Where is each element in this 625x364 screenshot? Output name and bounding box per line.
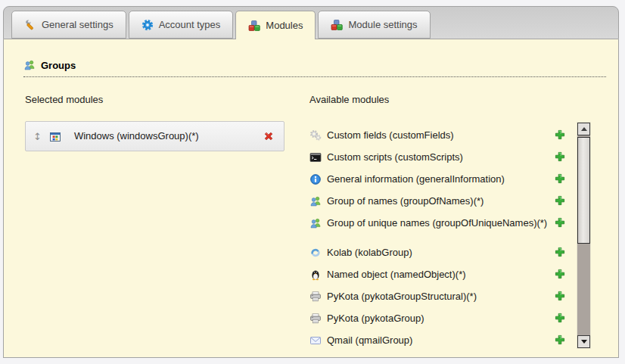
tab-module-settings[interactable]: Module settings bbox=[318, 11, 430, 39]
modules-icon bbox=[248, 20, 260, 32]
add-module-icon[interactable] bbox=[554, 194, 566, 207]
tab-strip: General settings Account types Modules M… bbox=[3, 6, 619, 39]
terminal-icon bbox=[309, 151, 322, 163]
selected-modules-heading: Selected modules bbox=[25, 94, 288, 105]
group-icon bbox=[309, 195, 322, 207]
printer-icon bbox=[309, 313, 322, 325]
selected-modules-panel: Selected modules ↕ Windows (windowsGroup… bbox=[25, 94, 288, 151]
triangle-up-icon bbox=[581, 127, 587, 131]
gear-icon bbox=[141, 19, 154, 31]
info-icon bbox=[309, 173, 322, 185]
tab-label: Modules bbox=[266, 20, 303, 31]
available-module-row: Qmail (qmailGroup) bbox=[309, 334, 577, 349]
selected-modules-list: ↕ Windows (windowsGroup)(*) bbox=[25, 121, 288, 151]
add-module-icon[interactable] bbox=[554, 151, 566, 163]
module-label: Group of names (groupOfNames)(*) bbox=[327, 194, 548, 207]
tab-label: General settings bbox=[42, 19, 113, 30]
module-label: General information (generalInformation) bbox=[327, 173, 548, 185]
available-module-row: Custom fields (customFields) bbox=[309, 129, 577, 144]
kolab-icon bbox=[309, 247, 322, 259]
available-module-row: Kolab (kolabGroup) bbox=[309, 246, 577, 261]
available-module-row: PyKota (pykotaGroupStructural)(*) bbox=[309, 290, 577, 305]
add-module-icon[interactable] bbox=[554, 129, 566, 141]
add-module-icon[interactable] bbox=[554, 268, 566, 280]
delete-icon[interactable] bbox=[263, 130, 275, 142]
module-label: Custom scripts (customScripts) bbox=[327, 151, 548, 163]
section-header: Groups bbox=[23, 59, 606, 77]
drag-handle-icon[interactable]: ↕ bbox=[33, 131, 42, 142]
scroll-down-button[interactable] bbox=[577, 335, 590, 348]
module-label: Custom fields (customFields) bbox=[327, 129, 548, 142]
section-title: Groups bbox=[41, 60, 76, 71]
add-module-icon[interactable] bbox=[554, 246, 566, 258]
scrollbar-thumb[interactable] bbox=[577, 137, 590, 244]
group-icon bbox=[309, 217, 322, 229]
add-module-icon[interactable] bbox=[554, 312, 566, 324]
tab-bar: General settings Account types Modules M… bbox=[4, 7, 618, 39]
module-label: Group of unique names (groupOfUniqueName… bbox=[327, 216, 548, 229]
config-window: General settings Account types Modules M… bbox=[3, 6, 619, 358]
module-label: Kolab (kolabGroup) bbox=[327, 246, 548, 259]
printer-icon bbox=[309, 291, 322, 303]
envelope-icon bbox=[309, 334, 322, 347]
windows-icon bbox=[49, 131, 61, 143]
module-label: Named object (namedObject)(*) bbox=[327, 268, 548, 281]
add-module-icon[interactable] bbox=[554, 216, 566, 229]
available-module-row: Group of names (groupOfNames)(*) bbox=[309, 194, 577, 210]
available-module-row: Group of unique names (groupOfUniqueName… bbox=[309, 216, 577, 242]
tab-label: Account types bbox=[159, 19, 221, 30]
tab-account-types[interactable]: Account types bbox=[129, 11, 234, 39]
available-modules-panel: Available modules Custom fields (customF… bbox=[309, 94, 577, 356]
tab-label: Module settings bbox=[348, 19, 417, 30]
scroll-up-button[interactable] bbox=[577, 123, 590, 135]
module-label: Qmail (qmailGroup) bbox=[327, 334, 548, 347]
module-label: Windows (windowsGroup)(*) bbox=[74, 130, 249, 142]
penguin-icon bbox=[309, 269, 322, 281]
available-modules-heading: Available modules bbox=[309, 94, 577, 105]
available-module-row: Custom scripts (customScripts) bbox=[309, 151, 577, 166]
selected-module-row[interactable]: ↕ Windows (windowsGroup)(*) bbox=[25, 121, 285, 151]
available-module-row: General information (generalInformation) bbox=[309, 173, 577, 188]
triangle-down-icon bbox=[581, 340, 587, 344]
add-module-icon[interactable] bbox=[554, 334, 566, 346]
modules-icon bbox=[331, 19, 343, 31]
available-module-row: PyKota (pykotaGroup) bbox=[309, 312, 577, 327]
modules-tab-content: Groups Selected modules ↕ Windows (windo… bbox=[3, 39, 619, 358]
available-module-row: Named object (namedObject)(*) bbox=[309, 268, 577, 283]
tab-general-settings[interactable]: General settings bbox=[11, 11, 126, 39]
module-label: PyKota (pykotaGroupStructural)(*) bbox=[327, 290, 548, 303]
add-module-icon[interactable] bbox=[554, 173, 566, 185]
add-module-icon[interactable] bbox=[554, 290, 566, 302]
gears-icon bbox=[309, 129, 322, 142]
wrench-icon bbox=[24, 19, 36, 31]
module-label: PyKota (pykotaGroup) bbox=[327, 312, 548, 325]
groups-icon bbox=[23, 59, 36, 71]
tab-modules[interactable]: Modules bbox=[235, 11, 316, 39]
scrollbar-track[interactable] bbox=[577, 123, 590, 348]
available-modules-list: Custom fields (customFields) Custom scri… bbox=[309, 129, 577, 349]
